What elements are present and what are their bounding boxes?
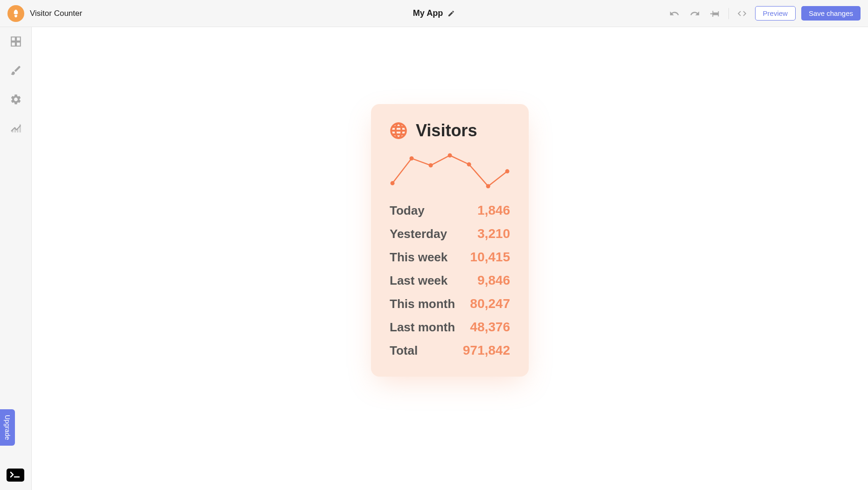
edit-icon[interactable] [448, 10, 455, 17]
console-icon [10, 471, 21, 479]
console-toggle[interactable] [7, 469, 24, 482]
header-left: Visitor Counter [7, 5, 82, 22]
undo-icon [669, 8, 679, 19]
svg-point-4 [429, 163, 433, 168]
gear-icon [10, 93, 22, 105]
svg-point-3 [410, 156, 414, 161]
sidebar-item-settings[interactable] [10, 93, 22, 105]
stat-row: Today1,846 [390, 203, 510, 218]
canvas[interactable]: Visitors Today1,846Yesterday3,210This we… [32, 27, 868, 490]
stat-label: This month [390, 297, 455, 311]
app-name: Visitor Counter [30, 9, 82, 18]
stat-row: Last month48,376 [390, 320, 510, 335]
hammer-icon [710, 8, 721, 19]
app-header: Visitor Counter My App Preview Save chan… [0, 0, 868, 27]
code-button[interactable] [735, 6, 749, 21]
stat-label: This week [390, 250, 448, 265]
sidebar-item-analytics[interactable] [10, 122, 22, 134]
header-center: My App [413, 8, 455, 18]
upgrade-button[interactable]: Upgrade [0, 409, 15, 446]
card-header: Visitors [390, 121, 510, 140]
stat-label: Last week [390, 273, 448, 288]
globe-icon [390, 122, 407, 140]
stat-row: Yesterday3,210 [390, 226, 510, 241]
redo-button[interactable] [687, 6, 702, 21]
analytics-icon [10, 122, 22, 134]
svg-point-7 [486, 184, 490, 189]
stat-row: This week10,415 [390, 250, 510, 265]
header-divider [728, 8, 729, 19]
logo-icon [11, 8, 21, 19]
build-button[interactable] [708, 6, 723, 21]
stat-label: Last month [390, 320, 455, 335]
stat-value: 3,210 [477, 226, 510, 241]
card-title: Visitors [416, 121, 477, 140]
sparkline-chart [390, 153, 510, 191]
brush-icon [10, 64, 22, 77]
sidebar-item-paint[interactable] [10, 64, 22, 77]
stat-value: 48,376 [470, 320, 510, 335]
svg-point-6 [467, 162, 471, 167]
stat-label: Today [390, 203, 425, 218]
svg-point-8 [505, 169, 510, 174]
stat-value: 971,842 [463, 343, 510, 358]
grid-icon [10, 35, 22, 48]
stat-value: 80,247 [470, 296, 510, 311]
visitor-card[interactable]: Visitors Today1,846Yesterday3,210This we… [371, 104, 529, 377]
svg-point-5 [448, 154, 452, 158]
stat-value: 10,415 [470, 250, 510, 265]
stats-list: Today1,846Yesterday3,210This week10,415L… [390, 203, 510, 358]
header-right: Preview Save changes [667, 6, 861, 21]
stat-label: Yesterday [390, 227, 447, 241]
stat-label: Total [390, 343, 418, 358]
stat-row: This month80,247 [390, 296, 510, 311]
preview-button[interactable]: Preview [755, 6, 796, 21]
code-icon [737, 8, 747, 19]
svg-point-2 [391, 181, 395, 185]
stat-value: 9,846 [477, 273, 510, 288]
project-name: My App [413, 8, 443, 18]
app-logo[interactable] [7, 5, 24, 22]
stat-value: 1,846 [477, 203, 510, 218]
sidebar: Upgrade [0, 27, 32, 490]
main-area: Upgrade Visitors Today1,846Yesterday3,21… [0, 27, 868, 490]
sidebar-item-grid[interactable] [10, 35, 22, 48]
stat-row: Last week9,846 [390, 273, 510, 288]
redo-icon [690, 8, 700, 19]
undo-button[interactable] [667, 6, 682, 21]
save-changes-button[interactable]: Save changes [801, 6, 861, 21]
stat-row: Total971,842 [390, 343, 510, 358]
